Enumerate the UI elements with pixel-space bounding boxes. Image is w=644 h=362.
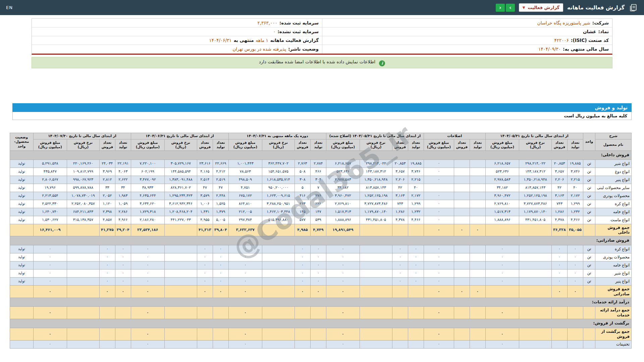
- value-cell: ۴,۳۷۸: [392, 216, 408, 224]
- top-bar: گزارش فعالیت ماهانه گزارش فعالیت ▼ › ‹ E…: [0, 0, 644, 15]
- value-cell: [470, 253, 485, 261]
- value-cell: [454, 208, 470, 216]
- value-cell: [519, 340, 552, 348]
- report-type-select[interactable]: گزارش فعالیت ▼: [519, 3, 563, 12]
- product-name-cell: محصولات پودری: [595, 192, 632, 200]
- value-cell: ۲,۶۲۲: [115, 176, 131, 184]
- value-cell: ۰: [392, 261, 408, 269]
- chevron-down-icon: ▼: [523, 6, 525, 9]
- value-cell: ۲,۹۷۸,۵۸۳: [485, 176, 519, 184]
- unit-cell: تن: [583, 269, 595, 277]
- value-cell: ۴۲: [392, 184, 408, 192]
- unit-cell: تن: [583, 216, 595, 224]
- value-cell: ۰: [213, 277, 228, 285]
- language-toggle[interactable]: EN: [6, 5, 13, 10]
- value-cell: ۰: [470, 285, 485, 298]
- value-cell: ۴,۸۵۷: [99, 216, 115, 224]
- value-cell: [519, 261, 552, 269]
- table-row: محصولات پودریتن۲,۱۷۲۳,۱۶۳۱,۲۵۲,۱۲۵,۱۹۸۳,…: [10, 192, 631, 200]
- value-cell: [262, 307, 294, 319]
- status-cell: [10, 307, 33, 319]
- value-cell: ۰: [228, 253, 262, 261]
- signature-notice: i اطلاعات نمایش داده شده با اطلاعات امضا…: [32, 57, 612, 68]
- value-cell: [470, 216, 485, 224]
- value-cell: ۱,۱۷۹,۸۷۰,۱۴۰: [519, 208, 552, 216]
- value-cell: ۲۳,۵۲۴,۱۸۶: [131, 224, 164, 236]
- product-name-cell: انواع پنیر: [595, 277, 632, 285]
- value-cell: [454, 245, 470, 253]
- value-cell: [392, 340, 408, 348]
- value-cell: [454, 328, 470, 340]
- value-cell: ۰: [326, 277, 360, 285]
- value-cell: ۰: [326, 340, 360, 348]
- value-cell: ۰: [228, 277, 262, 285]
- value-cell: [568, 340, 583, 348]
- info-label: منتهی به: [234, 38, 254, 43]
- value-cell: [115, 328, 131, 340]
- value-cell: ۴,۰۶۳: [115, 168, 131, 176]
- value-cell: ۲,۷۸۴: [310, 160, 326, 168]
- product-name-cell: انواع شیر: [595, 160, 632, 168]
- table-row: جمع درآمد ارائه خدمات۰۰۰۰۰۰: [10, 307, 631, 319]
- product-name-cell: جمع درآمد ارائه خدمات: [595, 307, 632, 319]
- table-row: محصولات پودریتن۰۰۰۰۰۰۰۰۰۰۰۰۰۰۰۰تولید: [10, 253, 631, 261]
- status-cell: تولید: [10, 160, 33, 168]
- value-cell: ۰: [294, 261, 310, 269]
- column-sub-header: نرخ فروش (ریال): [67, 139, 99, 150]
- value-cell: [99, 340, 115, 348]
- value-cell: ۲۲۰,۱۶۹,۲۶۰: [67, 160, 99, 168]
- value-cell: [99, 307, 115, 319]
- company-info-panel: شرکت:شیر پاستوریزه پگاه خراساننماد:غشانک…: [32, 18, 612, 55]
- value-cell: ۰: [392, 253, 408, 261]
- column-sub-header: تعداد فروش: [552, 139, 568, 150]
- value-cell: ۰: [228, 307, 262, 319]
- nav-left-button[interactable]: ‹: [496, 4, 505, 12]
- value-cell: ۳,۱۶۳: [392, 192, 408, 200]
- value-cell: ۶,۲۱۸,۶۵۷: [326, 160, 360, 168]
- value-cell: ۵,۰۰۵: [213, 216, 228, 224]
- status-cell: [10, 285, 33, 298]
- value-cell: ۰: [454, 224, 470, 236]
- value-cell: ۰: [485, 277, 519, 285]
- value-cell: ۰: [326, 253, 360, 261]
- value-cell: [470, 261, 485, 269]
- column-sub-header: مبلغ فروش (میلیون ریال): [33, 139, 67, 150]
- value-cell: ۰: [326, 245, 360, 253]
- value-cell: ۱۵۴,۶۵۱,۵۷۵: [262, 168, 294, 176]
- value-cell: [454, 200, 470, 208]
- product-name-cell: انواع خامه: [595, 208, 632, 216]
- info-row: سرمایه ثبت شده:۲,۳۶۳,۰۰۰: [32, 19, 322, 27]
- product-name-cell: سایر محصولات لبنی: [595, 184, 632, 192]
- value-cell: [67, 269, 99, 277]
- table-row: انواع ماستتن۴,۴۶۶۴,۳۷۸۴۳۱,۴۵۱,۸۰۵۱,۸۸۸,۸…: [10, 216, 631, 224]
- value-cell: ۲,۲۱۳,۵۵۴: [33, 192, 67, 200]
- value-cell: ۰: [485, 253, 519, 261]
- value-cell: ۲,۲۵۲,۰۸۰,۳۵۷: [67, 200, 99, 208]
- value-cell: ۳۱۵,۱۳۸,۳۵۷: [67, 216, 99, 224]
- value-cell: [470, 192, 485, 200]
- value-cell: ۱,۴۶۲,۱۰۳,۴۴۸: [262, 208, 294, 216]
- value-cell: ۱۹,۸۸۵: [408, 160, 424, 168]
- value-cell: [519, 285, 552, 298]
- value-cell: ۰: [470, 224, 485, 236]
- table-row: جمع برگشت از فروش۰۰۰۰۰۰: [10, 328, 631, 340]
- value-cell: [408, 285, 424, 298]
- info-value: ۲,۳۶۳,۰۰۰: [258, 20, 277, 25]
- value-cell: ۴۳۵,۸۴۷: [33, 168, 67, 176]
- value-cell: ۲۰,۸۵۳: [392, 160, 408, 168]
- value-cell: ۰: [392, 277, 408, 285]
- table-row: انواع کرهتن۱,۲۹۹۷۴۳۳,۷۲۷,۸۷۳,۴۸۶۲,۷۶۹,۸۱…: [10, 200, 631, 208]
- value-cell: [519, 328, 552, 340]
- value-cell: ۱,۵۱۷,۳۱۳: [326, 208, 360, 216]
- column-sub-header: مبلغ فروش (میلیون ریال): [326, 139, 360, 150]
- value-cell: ۱۹,۷۹۶: [33, 184, 67, 192]
- nav-right-button[interactable]: ›: [506, 4, 515, 12]
- value-cell: ۳,۹۶۰,۴۷۲: [326, 192, 360, 200]
- value-cell: ۸۱۳,۸۵۷,۱۴۳: [360, 184, 392, 192]
- value-cell: ۱۶,۴۶۱,۰۰۹: [33, 224, 67, 236]
- value-cell: [67, 253, 99, 261]
- value-cell: [454, 261, 470, 269]
- value-cell: ۲,۳۹۸: [99, 208, 115, 216]
- value-cell: [392, 328, 408, 340]
- value-cell: ۰: [568, 261, 583, 269]
